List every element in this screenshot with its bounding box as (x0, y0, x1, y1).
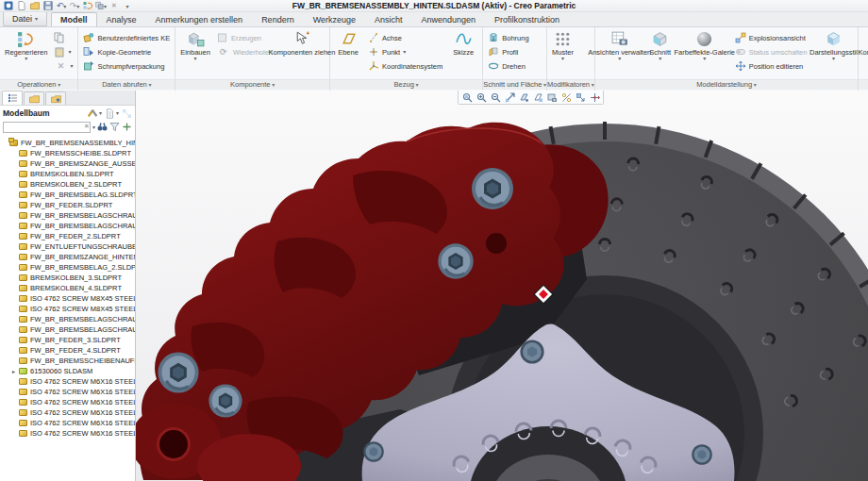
tab-profilkonstruktion[interactable]: Profilkonstruktion (485, 12, 569, 26)
group-label-modifikatoren[interactable]: Modifikatoren (547, 79, 594, 90)
redo-button[interactable]: ↷▾ (69, 1, 80, 11)
customize-toolbar-button[interactable]: ▾ (122, 1, 133, 11)
new-file-button[interactable] (16, 1, 27, 11)
paste-button[interactable]: ▾ (52, 45, 75, 58)
tree-item[interactable]: FW_BR_BREMSBELAG.SLDPRT (0, 190, 135, 200)
tree-item[interactable]: ISO 4762 SCREW M6X16 STEEL (0, 376, 135, 387)
tree-item[interactable]: FW_BR_FEDER_3.SLDPRT (0, 335, 135, 345)
schrumpfverpackung-button[interactable]: Schrumpfverpackung (81, 59, 172, 73)
group-label-modelldarstellung[interactable]: Modelldarstellung (595, 79, 859, 90)
tree-item[interactable]: FW_ENTLUEFTUNGSCHRAUBE_1.SLDPRT (0, 241, 135, 252)
tree-item[interactable]: ISO 4762 SCREW M6X16 STEEL (0, 397, 135, 407)
tab-rendern[interactable]: Rendern (252, 12, 304, 26)
tab-modell[interactable]: Modell (51, 12, 97, 26)
profil-button[interactable]: Profil (486, 45, 530, 58)
tree-item[interactable]: FW_BR_BREMSBELAG_2.SLDPRT (0, 262, 135, 273)
zoom-out-button[interactable] (489, 91, 502, 103)
clear-search-icon[interactable]: ✕ (84, 123, 90, 130)
ansichten-verwalten-button[interactable]: Ansichten verwalten▾ (598, 29, 642, 78)
zoom-in-button[interactable] (475, 91, 488, 103)
find-button[interactable] (97, 122, 108, 134)
benutzerdefiniertes-ke-button[interactable]: Benutzerdefiniertes KE (81, 31, 172, 44)
expand-settings-button[interactable] (122, 122, 132, 134)
tree-item[interactable]: BREMSKOLBEN_2.SLDPRT (0, 179, 135, 190)
tree-item[interactable]: FW_BR_BREMSBELAGSCHRAUBE.SLDPRT (0, 210, 135, 221)
tree-item[interactable]: ISO 4762 SCREW M6X16 STEEL (0, 407, 135, 418)
komponentenschnittstelle-button[interactable]: Komponentenschnittstelle (861, 29, 868, 78)
display-settings-button[interactable] (531, 91, 544, 103)
delete-button[interactable]: ✕▾ (52, 59, 75, 73)
tree-item[interactable]: FW_BR_BREMSZANGE_AUSSEN.SLDPRT (0, 158, 135, 169)
saved-orientations-button[interactable] (545, 91, 559, 103)
tree-item[interactable]: FW_BREMSSCHEIBE.SLDPRT (0, 148, 135, 158)
tree-item[interactable]: BREMSKOLBEN_4.SLDPRT (0, 283, 135, 293)
drehen-button[interactable]: Drehen (486, 59, 530, 73)
muster-button[interactable]: Muster▾ (550, 29, 576, 78)
tree-item[interactable]: FW_BR_BREMSSCHEIBENAUFNAHME.SLDPRT (0, 356, 135, 366)
graphics-viewport[interactable] (136, 91, 868, 481)
schnitt-button[interactable]: Schnitt▾ (644, 29, 676, 78)
regenerate-quick-button[interactable] (82, 1, 93, 11)
save-button[interactable] (42, 1, 54, 11)
tab-folder-browser[interactable] (24, 91, 44, 105)
tree-relations-button[interactable] (122, 108, 132, 119)
group-label-komponente[interactable]: Komponente (175, 79, 329, 90)
hub-bolt[interactable] (692, 444, 712, 465)
repaint-button[interactable] (517, 91, 530, 103)
koordinatensystem-button[interactable]: Koordinatensystem (366, 59, 444, 73)
spin-center-button[interactable] (588, 91, 601, 103)
explosionsansicht-button[interactable]: Explosionsansicht (733, 31, 810, 44)
annotation-display-button[interactable] (574, 91, 587, 103)
status-umschalten-button[interactable]: Status umschalten (733, 45, 810, 58)
copy-button[interactable] (52, 31, 75, 44)
socket-screw[interactable] (438, 243, 473, 278)
file-menu-button[interactable]: Datei▾ (3, 11, 47, 26)
ebene-button[interactable]: Ebene (333, 29, 363, 78)
socket-screw[interactable] (209, 384, 242, 417)
punkt-button[interactable]: Punkt▾ (366, 45, 444, 58)
hub-bolt[interactable] (363, 441, 384, 462)
tree-item[interactable]: ISO 4762 SCREW M6X16 STEEL (0, 428, 135, 439)
open-file-button[interactable] (29, 1, 41, 11)
group-label-modellabsicht[interactable]: Modellabsicht (859, 79, 868, 90)
position-editieren-button[interactable]: Position editieren (733, 59, 810, 73)
undo-button[interactable]: ↶▾ (56, 1, 67, 11)
tab-anwendungen[interactable]: Anwendungen (412, 12, 486, 26)
tree-search-input[interactable] (3, 122, 91, 133)
erzeugen-button[interactable]: Erzeugen (215, 31, 275, 44)
achse-button[interactable]: Achse (366, 31, 444, 44)
group-label-daten-abrufen[interactable]: Daten abrufen (78, 79, 175, 90)
tree-item[interactable]: ISO 4762 SCREW M8X45 STEEL (0, 293, 135, 304)
tree-item[interactable]: ISO 4762 SCREW M6X16 STEEL (0, 387, 135, 397)
zoom-region-button[interactable] (460, 91, 474, 103)
darstellungsstil-button[interactable]: Darstellungsstil▾ (811, 29, 855, 78)
tree-item[interactable]: BREMSKOLBEN.SLDPRT (0, 169, 135, 179)
tree-item[interactable]: BREMSKOLBEN_3.SLDPRT (0, 273, 135, 283)
tree-search-field[interactable]: ✕ (3, 122, 91, 133)
tree-item[interactable]: FW_BR_FEDER_4.SLDPRT (0, 345, 135, 356)
bohrung-button[interactable]: Bohrung (486, 31, 530, 44)
einbauen-button[interactable]: Einbauen▾ (178, 29, 212, 78)
tree-item[interactable]: ISO 4762 SCREW M8X45 STEEL (0, 304, 135, 314)
refit-button[interactable] (503, 91, 516, 103)
tree-item[interactable]: FW_BR_BREMSBELAGSCHRAUBE.SLDPRT (0, 314, 135, 324)
window-switch-button[interactable]: ▾ (95, 1, 107, 11)
tab-favorites[interactable] (45, 91, 66, 105)
tree-item[interactable]: FW_BR_BREMSBELAGSCHRAUBE.SLDPRT (0, 324, 135, 335)
group-label-operationen[interactable]: Operationen (0, 79, 77, 90)
tree-item[interactable]: FW_BR_FEDER.SLDPRT (0, 200, 135, 210)
tree-item[interactable]: FW_BR_BREMSENASSEMBLY_HINTEN.SLDASM (0, 138, 135, 148)
group-label-schnitt-und-flaeche[interactable]: Schnitt und Fläche (483, 79, 546, 90)
tree-item[interactable]: ▸61530060 SLDASM (0, 366, 135, 376)
wiederholen-button[interactable]: ⟳Wiederholen (215, 45, 275, 58)
kopie-geometrie-button[interactable]: Kopie-Geometrie (81, 45, 172, 58)
expand-arrow-icon[interactable]: ▸ (12, 368, 19, 374)
search-dropdown[interactable]: ▾ (92, 125, 95, 130)
close-button[interactable]: ✕ (108, 1, 120, 11)
hub-bolt[interactable] (520, 340, 543, 363)
tree-tools-button[interactable]: ▾ (88, 108, 102, 119)
filter-button[interactable] (109, 122, 120, 134)
tab-werkzeuge[interactable]: Werkzeuge (304, 12, 365, 26)
tree-item[interactable]: FW_BR_FEDER_2.SLDPRT (0, 231, 135, 241)
creo-app-icon[interactable] (3, 1, 14, 11)
